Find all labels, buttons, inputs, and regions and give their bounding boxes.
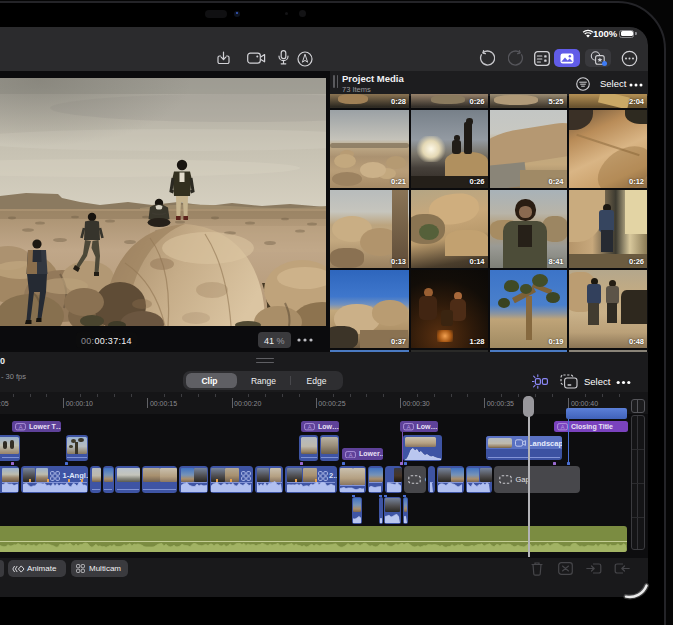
svg-text:A: A	[349, 451, 353, 457]
svg-text:A: A	[19, 424, 23, 430]
svg-text:A: A	[308, 424, 312, 430]
svg-text:A: A	[406, 424, 410, 430]
svg-text:A: A	[561, 424, 565, 430]
